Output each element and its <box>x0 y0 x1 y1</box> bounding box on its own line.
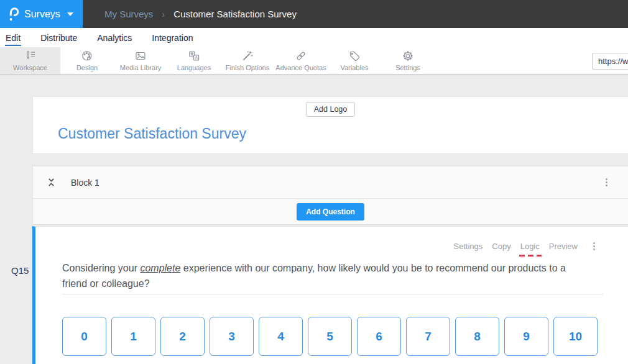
toolbar-item-languages[interactable]: A Languages <box>167 47 221 74</box>
toolbar-item-variables[interactable]: Variables <box>328 47 381 74</box>
nps-scale: 0 1 2 3 4 5 6 7 8 9 10 <box>62 317 628 356</box>
block-card: Block 1 Add Question <box>32 166 628 225</box>
question-settings-link[interactable]: Settings <box>453 242 483 251</box>
toolbar-item-label: Languages <box>177 64 211 71</box>
toolbar-item-workspace[interactable]: Workspace <box>0 47 60 74</box>
question-text-part: Considering your <box>62 263 140 273</box>
survey-title[interactable]: Customer Satisfaction Survey <box>58 125 628 142</box>
breadcrumb-separator: › <box>162 9 165 19</box>
tab-integration[interactable]: Integration <box>151 30 193 46</box>
nps-option-10[interactable]: 10 <box>553 317 598 356</box>
workspace-icon <box>24 50 37 62</box>
questionpro-logo-icon <box>8 7 19 21</box>
toolbar-item-label: Settings <box>395 64 420 71</box>
tab-distribute[interactable]: Distribute <box>40 30 78 46</box>
main-nav-tabs: Edit Distribute Analytics Integration <box>0 28 628 47</box>
add-logo-button[interactable]: Add Logo <box>306 102 356 117</box>
toolbar-item-advance-quotas[interactable]: Advance Quotas <box>274 47 328 74</box>
breadcrumb-my-surveys[interactable]: My Surveys <box>104 9 153 19</box>
toolbar-item-label: Design <box>76 64 98 71</box>
edit-toolbar: Workspace Design Media Library A Languag… <box>0 47 628 75</box>
question-copy-link[interactable]: Copy <box>492 242 510 251</box>
toolbar-item-label: Media Library <box>120 64 162 71</box>
svg-text:A: A <box>195 55 198 60</box>
top-header: Surveys My Surveys › Customer Satisfacti… <box>0 0 628 28</box>
surveys-menu-label: Surveys <box>24 9 60 20</box>
tab-edit[interactable]: Edit <box>5 30 21 46</box>
toolbar-item-label: Variables <box>340 64 368 71</box>
toolbar-item-settings[interactable]: Settings <box>381 47 435 74</box>
nps-option-6[interactable]: 6 <box>357 317 401 356</box>
image-icon <box>134 50 147 62</box>
question-section: Q15 Settings Copy Logic Preview Consider… <box>0 226 628 364</box>
chevron-down-icon <box>67 12 73 16</box>
block-title: Block 1 <box>71 178 99 188</box>
toolbar-item-media-library[interactable]: Media Library <box>114 47 167 74</box>
question-text-divider <box>62 294 603 294</box>
survey-title-card: Add Logo Customer Satisfaction Survey <box>32 96 628 154</box>
toolbar-item-design[interactable]: Design <box>60 47 114 74</box>
surveys-menu-button[interactable]: Surveys <box>0 0 83 28</box>
gear-icon <box>402 50 414 62</box>
collapse-icon <box>46 177 57 188</box>
nps-option-3[interactable]: 3 <box>210 317 254 356</box>
question-logic-link[interactable]: Logic <box>520 242 540 251</box>
breadcrumb-current-survey: Customer Satisfaction Survey <box>173 9 297 19</box>
palette-icon <box>81 50 93 62</box>
logo-row: Add Logo <box>33 102 628 117</box>
question-preview-link[interactable]: Preview <box>549 242 578 251</box>
nps-option-2[interactable]: 2 <box>160 317 205 356</box>
collapse-block-button[interactable] <box>46 177 57 188</box>
breadcrumb: My Surveys › Customer Satisfaction Surve… <box>83 0 297 28</box>
question-menu-button[interactable] <box>591 240 597 252</box>
block-header: Block 1 <box>33 166 628 199</box>
nps-option-1[interactable]: 1 <box>111 317 155 356</box>
translate-icon: A <box>188 50 200 62</box>
question-text-emphasis: complete <box>140 263 180 273</box>
question-card: Settings Copy Logic Preview Considering … <box>32 226 628 364</box>
survey-editor-content: Add Logo Customer Satisfaction Survey Bl… <box>0 75 628 364</box>
nps-option-0[interactable]: 0 <box>62 317 106 356</box>
question-text[interactable]: Considering your complete experience wit… <box>62 260 584 291</box>
magic-wand-icon <box>241 50 254 62</box>
tag-icon <box>348 50 361 62</box>
survey-url-input[interactable] <box>592 53 628 70</box>
question-actions: Settings Copy Logic Preview <box>35 241 628 251</box>
toolbar-item-label: Workspace <box>13 64 47 71</box>
tab-analytics[interactable]: Analytics <box>96 30 132 46</box>
toolbar-item-label: Finish Options <box>226 64 269 71</box>
toolbar-item-finish-options[interactable]: Finish Options <box>221 47 274 74</box>
chain-links-icon <box>295 50 307 62</box>
block-footer: Add Question <box>33 199 628 224</box>
nps-option-8[interactable]: 8 <box>455 317 499 356</box>
nps-option-7[interactable]: 7 <box>406 317 450 356</box>
nps-option-9[interactable]: 9 <box>504 317 548 356</box>
toolbar-item-label: Advance Quotas <box>275 64 326 71</box>
block-menu-button[interactable] <box>604 176 609 188</box>
nps-option-4[interactable]: 4 <box>259 317 303 356</box>
nps-option-5[interactable]: 5 <box>308 317 352 356</box>
question-number: Q15 <box>11 265 29 276</box>
add-question-button[interactable]: Add Question <box>297 203 364 221</box>
